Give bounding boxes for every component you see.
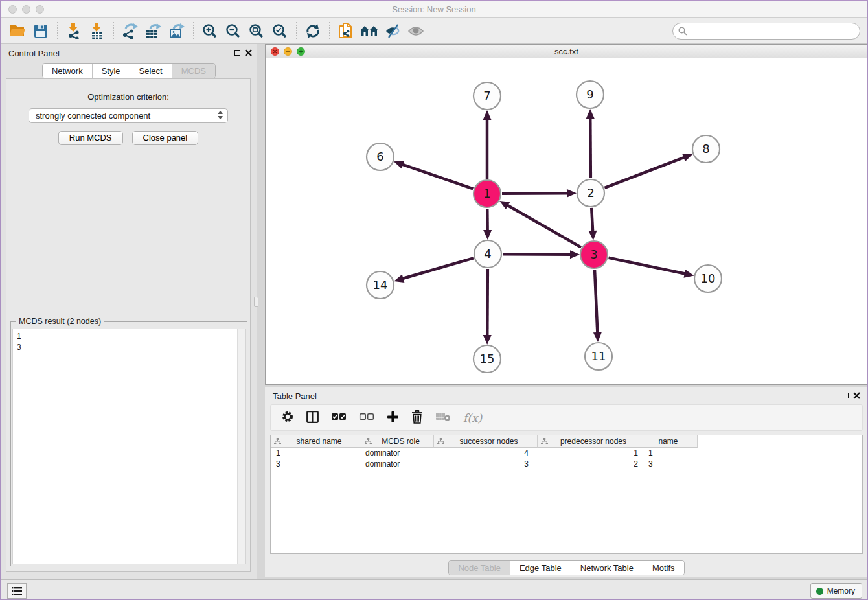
tab-select[interactable]: Select: [130, 64, 172, 78]
tab-network[interactable]: Network: [43, 64, 92, 78]
export-image-button[interactable]: [165, 20, 188, 42]
graph-node-label: 14: [373, 278, 388, 292]
column-header-predecessor-nodes[interactable]: predecessor nodes: [538, 435, 643, 448]
apply-layout-button[interactable]: [301, 20, 325, 42]
create-column-button[interactable]: [387, 411, 399, 425]
network-window-titlebar: scc.txt: [266, 45, 867, 58]
memory-button[interactable]: Memory: [810, 583, 862, 599]
zoom-fit-button[interactable]: [245, 20, 268, 42]
hierarchy-icon: [437, 438, 444, 444]
graph-edge-arrowhead: [483, 110, 492, 120]
duplicate-network-button[interactable]: [334, 20, 358, 42]
tab-mcds[interactable]: MCDS: [172, 64, 215, 78]
graph-edge[interactable]: [502, 193, 568, 194]
dropdown-stepper-icon: [218, 111, 223, 119]
close-panel-icon[interactable]: [245, 49, 252, 56]
control-panel-header: Control Panel: [1, 44, 257, 62]
mcds-result-textarea[interactable]: 1 3: [12, 329, 246, 564]
graph-edge[interactable]: [507, 205, 581, 247]
import-network-icon: [66, 23, 82, 39]
cell-name: 1: [643, 448, 698, 459]
zoom-out-button[interactable]: [222, 20, 245, 42]
import-network-button[interactable]: [62, 20, 86, 42]
delete-columns-button[interactable]: [411, 410, 423, 426]
network-view-window: scc.txt 7968124314101511: [265, 44, 868, 385]
table-settings-button[interactable]: [281, 410, 294, 425]
table-row[interactable]: 1 dominator 4 1 1: [271, 448, 862, 459]
column-layout-button[interactable]: [306, 411, 319, 425]
task-history-button[interactable]: [7, 583, 27, 599]
graph-edge-arrowhead: [589, 231, 597, 240]
export-network-button[interactable]: [119, 20, 142, 42]
network-home-button[interactable]: [358, 20, 381, 42]
result-scrollbar[interactable]: [237, 329, 245, 564]
table-row[interactable]: 3 dominator 3 2 3: [271, 459, 862, 470]
graph-edge[interactable]: [609, 258, 686, 274]
gear-icon: [281, 410, 294, 423]
float-panel-icon[interactable]: [843, 393, 849, 398]
graph-edge[interactable]: [503, 254, 571, 255]
tab-style[interactable]: Style: [92, 64, 130, 78]
toolbar-separator: [113, 22, 114, 40]
hierarchy-icon: [541, 438, 548, 444]
cell-successor-nodes: 3: [434, 459, 538, 470]
column-header-name[interactable]: name: [643, 435, 698, 448]
close-panel-icon[interactable]: [853, 392, 860, 399]
mcds-tab-content: Optimization criterion: strongly connect…: [6, 78, 251, 572]
plus-icon: [387, 411, 399, 423]
zoom-out-icon: [225, 23, 241, 39]
eye-icon: [407, 25, 424, 37]
destroy-table-button[interactable]: [435, 411, 451, 424]
tab-motifs[interactable]: Motifs: [643, 561, 684, 575]
graph-edge[interactable]: [402, 164, 473, 189]
panel-splitter-handle[interactable]: [254, 297, 258, 307]
memory-label: Memory: [827, 586, 855, 595]
export-table-button[interactable]: [142, 20, 165, 42]
zoom-selected-button[interactable]: [268, 20, 291, 42]
graph-node-label: 3: [590, 248, 597, 261]
run-mcds-button[interactable]: Run MCDS: [58, 131, 123, 145]
open-session-button[interactable]: [6, 20, 29, 42]
tab-network-table[interactable]: Network Table: [571, 561, 643, 575]
cell-predecessor-nodes: 2: [538, 459, 643, 470]
refresh-icon: [305, 24, 321, 38]
graph-edge[interactable]: [402, 258, 474, 279]
close-panel-button[interactable]: Close panel: [132, 131, 199, 145]
column-header-shared-name[interactable]: shared name: [271, 435, 361, 448]
graph-node-label: 6: [376, 150, 383, 163]
tab-node-table[interactable]: Node Table: [449, 561, 510, 575]
column-header-successor-nodes[interactable]: successor nodes: [434, 435, 538, 448]
float-panel-icon[interactable]: [234, 50, 240, 56]
column-header-mcds-role[interactable]: MCDS role: [361, 435, 434, 448]
destroy-table-icon: [435, 411, 451, 422]
table-header-row: shared name MCDS role successor nodes pr…: [271, 435, 862, 448]
graph-edge[interactable]: [591, 208, 593, 232]
save-session-button[interactable]: [29, 20, 52, 42]
hide-style-button[interactable]: [381, 20, 404, 42]
main-toolbar: [1, 18, 867, 44]
import-table-button[interactable]: [86, 20, 109, 42]
graph-node-label: 9: [586, 87, 593, 101]
cell-name: 3: [643, 459, 698, 470]
search-input[interactable]: [672, 23, 860, 40]
equation-builder-button[interactable]: f(x): [463, 411, 482, 424]
graph-edge[interactable]: [604, 157, 685, 187]
memory-status-icon: [816, 588, 823, 595]
graph-edge[interactable]: [595, 270, 597, 334]
network-canvas[interactable]: 7968124314101511: [266, 58, 867, 384]
deselect-all-rows-button[interactable]: [359, 412, 374, 423]
select-all-rows-button[interactable]: [331, 412, 347, 423]
control-panel: Control Panel Network Style Select MCDS …: [1, 44, 257, 579]
graph-edge[interactable]: [487, 269, 488, 336]
window-title: Session: New Session: [1, 5, 867, 14]
tab-edge-table[interactable]: Edge Table: [510, 561, 571, 575]
graph-node-label: 1: [483, 187, 490, 200]
zoom-in-button[interactable]: [198, 20, 222, 42]
network-graph[interactable]: 7968124314101511: [266, 58, 867, 384]
status-bar: Memory: [1, 579, 867, 600]
graph-node-label: 4: [484, 247, 491, 260]
criterion-dropdown[interactable]: strongly connected component: [29, 108, 228, 123]
show-details-button[interactable]: [404, 20, 428, 42]
graph-edge[interactable]: [590, 117, 591, 178]
folder-icon: [9, 24, 26, 38]
